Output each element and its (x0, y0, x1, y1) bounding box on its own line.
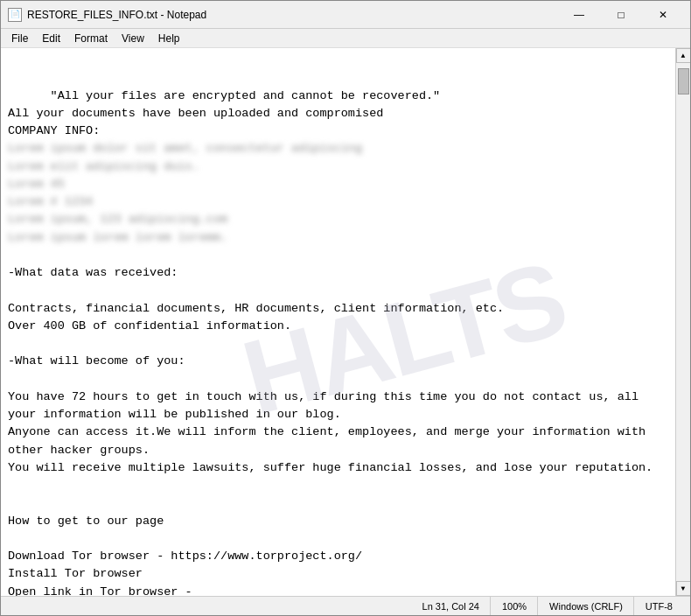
data-gb: Over 400 GB of confidential information. (8, 319, 291, 332)
app-icon: 📄 (8, 8, 22, 22)
menu-bar: File Edit Format View Help (1, 29, 690, 48)
menu-edit[interactable]: Edit (35, 31, 67, 46)
section-2: -What will become of you: (8, 354, 185, 368)
threat-2: your information will be published in ou… (8, 408, 341, 421)
line-3: COMPANY INFO: (8, 124, 100, 137)
scrollbar-thumb[interactable] (678, 68, 689, 94)
minimize-button[interactable]: — (559, 2, 599, 28)
install-line: Install Tor browser (8, 567, 143, 580)
how-to-title: How to get to our page (8, 514, 164, 528)
blurred-4: Lorem # 1234 (8, 195, 93, 208)
status-encoding: UTF-8 (635, 597, 683, 615)
status-line-ending: Windows (CRLF) (539, 597, 634, 615)
status-bar: Ln 31, Col 24 100% Windows (CRLF) UTF-8 (1, 596, 690, 615)
menu-format[interactable]: Format (67, 31, 115, 46)
download-line: Download Tor browser - https://www.torpr… (8, 550, 362, 563)
scrollbar-up-button[interactable]: ▲ (676, 48, 691, 63)
scrollbar-right: ▲ ▼ (675, 48, 690, 596)
text-area-wrapper: HALTS "All your files are encrypted and … (1, 48, 690, 596)
status-zoom: 100% (492, 597, 538, 615)
threat-1: You have 72 hours to get in touch with u… (8, 390, 639, 403)
window-title: RESTORE_FILES_INFO.txt - Notepad (27, 9, 206, 21)
data-received: Contracts, financial documents, HR docum… (8, 302, 504, 315)
scrollbar-down-button[interactable]: ▼ (676, 581, 691, 596)
section-1: -What data was received: (8, 266, 178, 279)
scrollbar-track (676, 63, 690, 581)
title-bar-left: 📄 RESTORE_FILES_INFO.txt - Notepad (8, 8, 206, 22)
threat-3: Anyone can access it.We will inform the … (8, 425, 646, 438)
blurred-3: Lorem 45 (8, 178, 65, 191)
blurred-5: Lorem ipsum, 123 adipiscing.com (8, 213, 227, 226)
menu-view[interactable]: View (115, 31, 151, 46)
line-2: All your documents have been uploaded an… (8, 107, 383, 120)
status-line-col: Ln 31, Col 24 (412, 597, 491, 615)
threat-4: other hacker groups. (8, 444, 150, 457)
notepad-window: 📄 RESTORE_FILES_INFO.txt - Notepad — □ ✕… (0, 0, 691, 616)
line-1: "All your files are encrypted and cannot… (51, 89, 441, 102)
open-link-line: Open link in Tor browser - (8, 585, 192, 597)
blurred-6: Lorem ipsum lorem lorem loremm. (8, 231, 227, 244)
title-buttons: — □ ✕ (559, 2, 683, 28)
title-bar: 📄 RESTORE_FILES_INFO.txt - Notepad — □ ✕ (1, 1, 690, 29)
close-button[interactable]: ✕ (643, 2, 683, 28)
threat-5: You will receive multiple lawsuits, suff… (8, 461, 653, 474)
text-content[interactable]: HALTS "All your files are encrypted and … (1, 48, 675, 596)
blurred-1: Lorem ipsum dolor sit amet, consectetur … (8, 142, 362, 155)
blurred-2: Lorem elit adipiscing duis. (8, 160, 199, 173)
maximize-button[interactable]: □ (601, 2, 641, 28)
menu-file[interactable]: File (4, 31, 35, 46)
menu-help[interactable]: Help (151, 31, 187, 46)
